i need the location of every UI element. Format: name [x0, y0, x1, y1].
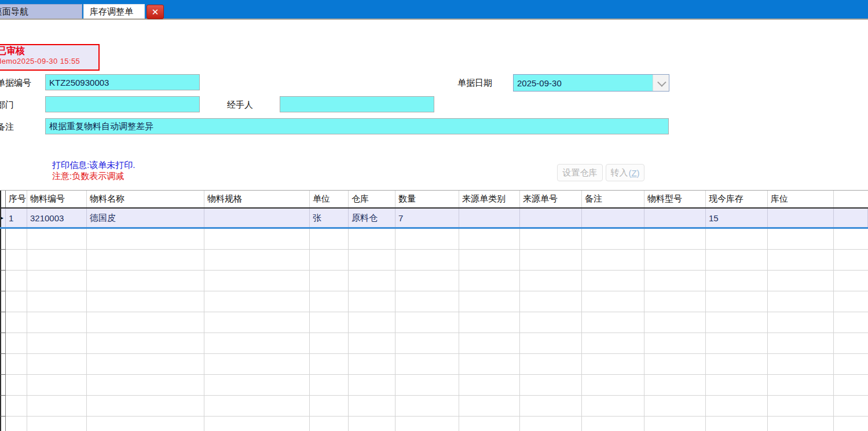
empty-cell[interactable] [310, 333, 349, 353]
table-row-empty[interactable] [0, 354, 868, 375]
header-seq[interactable]: 序号 [6, 191, 27, 207]
empty-cell[interactable] [459, 333, 520, 353]
empty-cell[interactable] [6, 312, 27, 333]
empty-cell[interactable] [204, 229, 310, 249]
empty-cell[interactable] [706, 417, 768, 431]
empty-cell[interactable] [349, 417, 395, 431]
cell-remark[interactable] [582, 209, 644, 227]
header-location[interactable]: 库位 [768, 191, 834, 207]
empty-cell[interactable] [459, 250, 520, 270]
table-row-empty[interactable] [0, 417, 868, 431]
empty-cell[interactable] [27, 354, 87, 374]
empty-cell[interactable] [349, 333, 395, 353]
empty-cell[interactable] [310, 312, 349, 333]
cell-src-type[interactable] [459, 209, 520, 227]
empty-cell[interactable] [395, 354, 459, 374]
tab-inventory-adjust[interactable]: 库存调整单 [83, 4, 145, 19]
empty-cell[interactable] [310, 291, 349, 312]
table-row-empty[interactable] [0, 250, 868, 271]
empty-cell[interactable] [87, 312, 204, 333]
empty-cell[interactable] [204, 291, 310, 312]
empty-cell[interactable] [204, 354, 310, 374]
empty-cell[interactable] [520, 250, 582, 270]
empty-cell[interactable] [768, 312, 834, 333]
empty-cell[interactable] [582, 417, 644, 431]
empty-cell[interactable] [520, 271, 582, 291]
empty-cell[interactable] [834, 354, 868, 374]
empty-cell[interactable] [520, 333, 582, 353]
empty-cell[interactable] [520, 354, 582, 374]
empty-cell[interactable] [834, 375, 868, 395]
empty-cell[interactable] [582, 291, 644, 312]
empty-cell[interactable] [349, 396, 395, 416]
date-combobox[interactable]: 2025-09-30 [513, 74, 669, 92]
empty-cell[interactable] [706, 312, 768, 333]
empty-cell[interactable] [349, 354, 395, 374]
empty-cell[interactable] [27, 229, 87, 249]
table-row-selected[interactable]: ▶ 1 3210003 德国皮 张 原料仓 7 15 [0, 209, 868, 229]
empty-cell[interactable] [395, 229, 459, 249]
header-src-type[interactable]: 来源单类别 [459, 191, 520, 207]
empty-cell[interactable] [87, 354, 204, 374]
empty-cell[interactable] [644, 354, 706, 374]
cell-name[interactable]: 德国皮 [87, 209, 204, 227]
empty-cell[interactable] [706, 291, 768, 312]
empty-cell[interactable] [6, 333, 27, 353]
empty-cell[interactable] [395, 291, 459, 312]
empty-cell[interactable] [310, 354, 349, 374]
empty-cell[interactable] [459, 417, 520, 431]
header-src-no[interactable]: 来源单号 [520, 191, 582, 207]
empty-cell[interactable] [87, 396, 204, 416]
header-remark[interactable]: 备注 [582, 191, 644, 207]
cell-spec[interactable] [204, 209, 310, 227]
empty-cell[interactable] [349, 291, 395, 312]
empty-cell[interactable] [27, 271, 87, 291]
empty-cell[interactable] [310, 250, 349, 270]
empty-cell[interactable] [459, 354, 520, 374]
empty-cell[interactable] [582, 354, 644, 374]
empty-cell[interactable] [204, 396, 310, 416]
empty-cell[interactable] [582, 250, 644, 270]
table-row-empty[interactable] [0, 333, 868, 354]
empty-cell[interactable] [395, 375, 459, 395]
empty-cell[interactable] [768, 417, 834, 431]
cell-src-no[interactable] [520, 209, 582, 227]
empty-cell[interactable] [310, 417, 349, 431]
handler-input[interactable] [280, 96, 434, 112]
empty-cell[interactable] [644, 396, 706, 416]
empty-cell[interactable] [459, 271, 520, 291]
empty-cell[interactable] [6, 354, 27, 374]
empty-cell[interactable] [706, 396, 768, 416]
empty-cell[interactable] [349, 250, 395, 270]
empty-cell[interactable] [706, 250, 768, 270]
empty-cell[interactable] [6, 417, 27, 431]
empty-cell[interactable] [459, 375, 520, 395]
cell-model[interactable] [644, 209, 706, 227]
table-row-empty[interactable] [0, 375, 868, 396]
empty-cell[interactable] [459, 396, 520, 416]
empty-cell[interactable] [27, 417, 87, 431]
empty-cell[interactable] [520, 312, 582, 333]
table-row-empty[interactable] [0, 229, 868, 250]
empty-cell[interactable] [87, 375, 204, 395]
cell-warehouse[interactable]: 原料仓 [349, 209, 395, 227]
empty-cell[interactable] [310, 271, 349, 291]
empty-cell[interactable] [204, 271, 310, 291]
empty-cell[interactable] [6, 396, 27, 416]
empty-cell[interactable] [834, 417, 868, 431]
header-model[interactable]: 物料型号 [644, 191, 706, 207]
transfer-button[interactable]: 转入 (Z) [606, 164, 644, 181]
empty-cell[interactable] [87, 291, 204, 312]
empty-cell[interactable] [834, 396, 868, 416]
empty-cell[interactable] [310, 396, 349, 416]
header-code[interactable]: 物料编号 [27, 191, 87, 207]
empty-cell[interactable] [459, 312, 520, 333]
empty-cell[interactable] [395, 333, 459, 353]
header-spec[interactable]: 物料规格 [204, 191, 310, 207]
dept-input[interactable] [45, 96, 200, 112]
empty-cell[interactable] [395, 396, 459, 416]
empty-cell[interactable] [204, 333, 310, 353]
cell-stock[interactable]: 15 [706, 209, 768, 227]
empty-cell[interactable] [768, 250, 834, 270]
empty-cell[interactable] [834, 312, 868, 333]
